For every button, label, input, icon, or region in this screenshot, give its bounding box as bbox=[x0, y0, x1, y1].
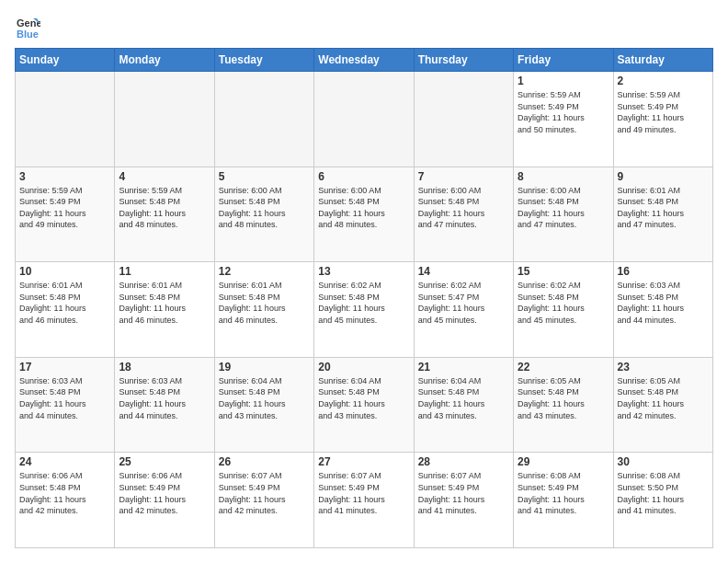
day-info: Sunrise: 6:03 AM Sunset: 5:48 PM Dayligh… bbox=[119, 375, 210, 421]
weekday-monday: Monday bbox=[115, 49, 214, 72]
calendar-cell: 18Sunrise: 6:03 AM Sunset: 5:48 PM Dayli… bbox=[115, 357, 214, 453]
day-number: 20 bbox=[318, 361, 409, 373]
weekday-friday: Friday bbox=[514, 49, 613, 72]
week-row-2: 3Sunrise: 5:59 AM Sunset: 5:49 PM Daylig… bbox=[16, 167, 713, 262]
weekday-tuesday: Tuesday bbox=[214, 49, 313, 72]
calendar-cell: 24Sunrise: 6:06 AM Sunset: 5:48 PM Dayli… bbox=[16, 453, 115, 548]
calendar-table: SundayMondayTuesdayWednesdayThursdayFrid… bbox=[15, 48, 713, 548]
day-info: Sunrise: 6:08 AM Sunset: 5:49 PM Dayligh… bbox=[518, 470, 609, 516]
day-info: Sunrise: 6:00 AM Sunset: 5:48 PM Dayligh… bbox=[219, 185, 310, 231]
day-number: 22 bbox=[518, 361, 609, 373]
day-number: 3 bbox=[19, 170, 110, 183]
day-info: Sunrise: 6:07 AM Sunset: 5:49 PM Dayligh… bbox=[418, 470, 509, 516]
day-number: 10 bbox=[19, 265, 110, 278]
calendar-cell: 15Sunrise: 6:02 AM Sunset: 5:48 PM Dayli… bbox=[514, 262, 613, 358]
weekday-wednesday: Wednesday bbox=[314, 49, 414, 72]
calendar-cell: 28Sunrise: 6:07 AM Sunset: 5:49 PM Dayli… bbox=[414, 453, 513, 548]
week-row-5: 24Sunrise: 6:06 AM Sunset: 5:48 PM Dayli… bbox=[16, 453, 713, 548]
day-number: 7 bbox=[418, 170, 509, 183]
calendar-cell: 8Sunrise: 6:00 AM Sunset: 5:48 PM Daylig… bbox=[514, 167, 613, 262]
calendar-cell bbox=[115, 72, 214, 167]
day-info: Sunrise: 6:02 AM Sunset: 5:47 PM Dayligh… bbox=[418, 280, 509, 326]
day-number: 24 bbox=[19, 455, 110, 468]
day-info: Sunrise: 6:07 AM Sunset: 5:49 PM Dayligh… bbox=[318, 470, 409, 516]
day-number: 29 bbox=[518, 455, 609, 468]
day-info: Sunrise: 6:02 AM Sunset: 5:48 PM Dayligh… bbox=[318, 280, 409, 326]
calendar-cell: 11Sunrise: 6:01 AM Sunset: 5:48 PM Dayli… bbox=[115, 262, 214, 358]
day-number: 18 bbox=[119, 361, 210, 373]
day-info: Sunrise: 5:59 AM Sunset: 5:49 PM Dayligh… bbox=[618, 89, 709, 135]
calendar-cell: 2Sunrise: 5:59 AM Sunset: 5:49 PM Daylig… bbox=[613, 72, 712, 167]
day-number: 15 bbox=[518, 265, 609, 278]
day-number: 25 bbox=[119, 455, 210, 468]
day-number: 11 bbox=[119, 265, 210, 278]
header: General Blue bbox=[15, 15, 713, 40]
day-info: Sunrise: 6:02 AM Sunset: 5:48 PM Dayligh… bbox=[518, 280, 609, 326]
calendar-cell bbox=[214, 72, 313, 167]
calendar-cell bbox=[314, 72, 414, 167]
weekday-thursday: Thursday bbox=[414, 49, 513, 72]
calendar-cell: 20Sunrise: 6:04 AM Sunset: 5:48 PM Dayli… bbox=[314, 357, 414, 453]
calendar-cell: 1Sunrise: 5:59 AM Sunset: 5:49 PM Daylig… bbox=[514, 72, 613, 167]
week-row-4: 17Sunrise: 6:03 AM Sunset: 5:48 PM Dayli… bbox=[16, 357, 713, 453]
day-number: 8 bbox=[518, 170, 609, 183]
calendar-cell: 21Sunrise: 6:04 AM Sunset: 5:48 PM Dayli… bbox=[414, 357, 513, 453]
calendar-cell: 22Sunrise: 6:05 AM Sunset: 5:48 PM Dayli… bbox=[514, 357, 613, 453]
day-number: 2 bbox=[618, 75, 709, 87]
page: General Blue SundayMondayTuesdayWednesda… bbox=[0, 0, 728, 563]
day-number: 1 bbox=[518, 75, 609, 87]
day-number: 4 bbox=[119, 170, 210, 183]
calendar-cell: 13Sunrise: 6:02 AM Sunset: 5:48 PM Dayli… bbox=[314, 262, 414, 358]
svg-text:Blue: Blue bbox=[17, 29, 39, 40]
calendar-cell: 5Sunrise: 6:00 AM Sunset: 5:48 PM Daylig… bbox=[214, 167, 313, 262]
day-info: Sunrise: 6:08 AM Sunset: 5:50 PM Dayligh… bbox=[618, 470, 709, 516]
calendar-cell: 27Sunrise: 6:07 AM Sunset: 5:49 PM Dayli… bbox=[314, 453, 414, 548]
day-info: Sunrise: 6:01 AM Sunset: 5:48 PM Dayligh… bbox=[19, 280, 110, 326]
day-number: 16 bbox=[618, 265, 709, 278]
day-number: 19 bbox=[219, 361, 310, 373]
calendar-cell: 30Sunrise: 6:08 AM Sunset: 5:50 PM Dayli… bbox=[613, 453, 712, 548]
week-row-3: 10Sunrise: 6:01 AM Sunset: 5:48 PM Dayli… bbox=[16, 262, 713, 358]
calendar-cell: 3Sunrise: 5:59 AM Sunset: 5:49 PM Daylig… bbox=[16, 167, 115, 262]
day-info: Sunrise: 6:03 AM Sunset: 5:48 PM Dayligh… bbox=[19, 375, 110, 421]
day-number: 9 bbox=[618, 170, 709, 183]
day-info: Sunrise: 6:00 AM Sunset: 5:48 PM Dayligh… bbox=[418, 185, 509, 231]
day-info: Sunrise: 6:04 AM Sunset: 5:48 PM Dayligh… bbox=[318, 375, 409, 421]
day-number: 5 bbox=[219, 170, 310, 183]
day-number: 27 bbox=[318, 455, 409, 468]
day-info: Sunrise: 6:06 AM Sunset: 5:48 PM Dayligh… bbox=[19, 470, 110, 516]
calendar-cell: 6Sunrise: 6:00 AM Sunset: 5:48 PM Daylig… bbox=[314, 167, 414, 262]
day-number: 26 bbox=[219, 455, 310, 468]
calendar-cell: 7Sunrise: 6:00 AM Sunset: 5:48 PM Daylig… bbox=[414, 167, 513, 262]
calendar-cell: 4Sunrise: 5:59 AM Sunset: 5:48 PM Daylig… bbox=[115, 167, 214, 262]
calendar-cell: 16Sunrise: 6:03 AM Sunset: 5:48 PM Dayli… bbox=[613, 262, 712, 358]
day-info: Sunrise: 5:59 AM Sunset: 5:49 PM Dayligh… bbox=[19, 185, 110, 231]
day-info: Sunrise: 6:04 AM Sunset: 5:48 PM Dayligh… bbox=[418, 375, 509, 421]
day-number: 6 bbox=[318, 170, 409, 183]
weekday-sunday: Sunday bbox=[16, 49, 115, 72]
calendar-cell: 29Sunrise: 6:08 AM Sunset: 5:49 PM Dayli… bbox=[514, 453, 613, 548]
calendar-cell: 12Sunrise: 6:01 AM Sunset: 5:48 PM Dayli… bbox=[214, 262, 313, 358]
calendar-cell: 9Sunrise: 6:01 AM Sunset: 5:48 PM Daylig… bbox=[613, 167, 712, 262]
weekday-header-row: SundayMondayTuesdayWednesdayThursdayFrid… bbox=[16, 49, 713, 72]
day-info: Sunrise: 6:01 AM Sunset: 5:48 PM Dayligh… bbox=[618, 185, 709, 231]
day-info: Sunrise: 6:04 AM Sunset: 5:48 PM Dayligh… bbox=[219, 375, 310, 421]
logo-icon: General Blue bbox=[15, 15, 40, 40]
day-number: 14 bbox=[418, 265, 509, 278]
day-info: Sunrise: 6:06 AM Sunset: 5:49 PM Dayligh… bbox=[119, 470, 210, 516]
calendar-cell: 19Sunrise: 6:04 AM Sunset: 5:48 PM Dayli… bbox=[214, 357, 313, 453]
calendar-cell bbox=[414, 72, 513, 167]
day-number: 13 bbox=[318, 265, 409, 278]
day-number: 21 bbox=[418, 361, 509, 373]
day-number: 12 bbox=[219, 265, 310, 278]
weekday-saturday: Saturday bbox=[613, 49, 712, 72]
day-number: 30 bbox=[618, 455, 709, 468]
day-info: Sunrise: 6:05 AM Sunset: 5:48 PM Dayligh… bbox=[618, 375, 709, 421]
week-row-1: 1Sunrise: 5:59 AM Sunset: 5:49 PM Daylig… bbox=[16, 72, 713, 167]
calendar-cell bbox=[16, 72, 115, 167]
day-info: Sunrise: 6:07 AM Sunset: 5:49 PM Dayligh… bbox=[219, 470, 310, 516]
day-info: Sunrise: 6:01 AM Sunset: 5:48 PM Dayligh… bbox=[119, 280, 210, 326]
day-info: Sunrise: 6:00 AM Sunset: 5:48 PM Dayligh… bbox=[518, 185, 609, 231]
calendar-cell: 17Sunrise: 6:03 AM Sunset: 5:48 PM Dayli… bbox=[16, 357, 115, 453]
calendar-cell: 26Sunrise: 6:07 AM Sunset: 5:49 PM Dayli… bbox=[214, 453, 313, 548]
